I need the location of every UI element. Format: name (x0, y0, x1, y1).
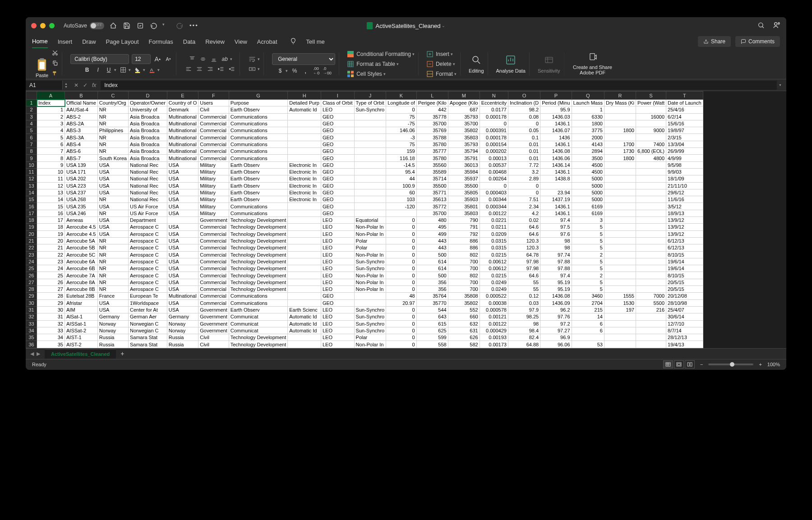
data-cell[interactable]: NR (97, 148, 128, 155)
data-cell[interactable]: NR (97, 141, 128, 147)
header-cell[interactable]: Index (37, 100, 65, 106)
data-cell[interactable]: 98 (540, 244, 572, 251)
data-cell[interactable]: Government (198, 313, 229, 320)
data-cell[interactable] (288, 341, 321, 348)
data-cell[interactable]: 443 (416, 244, 448, 251)
data-cell[interactable]: 96.2 (540, 306, 572, 313)
tab-draw[interactable]: Draw (82, 36, 96, 48)
data-cell[interactable]: 27 (37, 286, 65, 293)
data-cell[interactable]: 700 (448, 258, 480, 265)
maximize-window[interactable] (49, 23, 55, 28)
zoom-level[interactable]: 100% (767, 362, 780, 367)
data-cell[interactable]: National Rec (128, 189, 167, 196)
data-cell[interactable]: 0 (386, 237, 417, 244)
data-cell[interactable]: 35770 (416, 299, 448, 306)
data-cell[interactable] (636, 224, 666, 230)
data-cell[interactable]: 700 (448, 265, 480, 272)
data-cell[interactable]: 1436.07 (540, 127, 572, 134)
data-cell[interactable] (604, 334, 636, 341)
data-cell[interactable] (604, 189, 636, 196)
data-cell[interactable]: 35788 (416, 134, 448, 141)
data-cell[interactable]: 0.000578 (480, 306, 508, 313)
data-cell[interactable]: 26 (37, 279, 65, 285)
underline-button[interactable]: U (105, 66, 113, 74)
data-cell[interactable]: -120 (386, 203, 417, 210)
view-page-layout-icon[interactable] (674, 360, 684, 368)
data-cell[interactable]: 0.000202 (480, 148, 508, 155)
data-cell[interactable]: 615 (416, 320, 448, 327)
data-cell[interactable]: 10 (37, 168, 65, 175)
data-cell[interactable] (604, 106, 636, 113)
data-cell[interactable]: 120.3 (508, 237, 540, 244)
data-cell[interactable]: Aeneas (65, 217, 98, 224)
row-header-2[interactable]: 2 (26, 106, 37, 113)
data-cell[interactable]: 60 (386, 189, 417, 196)
col-header-M[interactable]: M (448, 92, 480, 100)
data-cell[interactable]: 20/12/08 (666, 293, 703, 299)
row-header-1[interactable]: 1 (26, 100, 37, 106)
data-cell[interactable]: Aerospace C (128, 265, 167, 272)
data-cell[interactable]: 1 (37, 106, 65, 113)
data-cell[interactable]: 0.00122 (480, 210, 508, 216)
data-cell[interactable]: 8/10/15 (666, 272, 703, 279)
data-cell[interactable]: 2000 (572, 134, 604, 141)
data-cell[interactable]: 6 (37, 141, 65, 147)
col-header-O[interactable]: O (508, 92, 540, 100)
col-header-B[interactable]: B (65, 92, 98, 100)
data-cell[interactable]: Commercial (198, 127, 229, 134)
data-cell[interactable]: Commercial (198, 224, 229, 230)
header-cell[interactable]: Purpose (229, 100, 288, 106)
data-cell[interactable]: 790 (448, 217, 480, 224)
data-cell[interactable]: Technology Development (229, 224, 288, 230)
data-cell[interactable]: 5 (572, 224, 604, 230)
data-cell[interactable]: 886 (448, 244, 480, 251)
col-header-C[interactable]: C (97, 92, 128, 100)
data-cell[interactable]: Aerospace C (128, 244, 167, 251)
data-cell[interactable]: 0.000522 (480, 293, 508, 299)
data-cell[interactable]: 4800 (636, 155, 666, 161)
data-cell[interactable]: 5 (572, 265, 604, 272)
data-cell[interactable]: 16000 (636, 113, 666, 120)
data-cell[interactable]: USA (167, 272, 198, 279)
data-cell[interactable]: 1800 (572, 120, 604, 127)
row-header-21[interactable]: 21 (26, 237, 37, 244)
data-cell[interactable]: 20/5/15 (666, 279, 703, 285)
data-cell[interactable]: 3460 (572, 293, 604, 299)
data-cell[interactable] (636, 258, 666, 265)
data-cell[interactable]: 6/12/13 (666, 237, 703, 244)
data-cell[interactable]: US Air Force (128, 210, 167, 216)
data-cell[interactable]: Earth Observ (229, 182, 288, 189)
data-cell[interactable]: 643 (416, 313, 448, 320)
data-cell[interactable]: National Rec (128, 161, 167, 168)
data-cell[interactable]: Aerocube 4.5 (65, 224, 98, 230)
decrease-font-icon[interactable]: A▾ (164, 55, 172, 63)
data-cell[interactable]: NR (97, 265, 128, 272)
data-cell[interactable]: 0.03 (508, 299, 540, 306)
data-cell[interactable]: National Rec (128, 168, 167, 175)
data-cell[interactable]: 100.9 (386, 182, 417, 189)
autosave-toggle[interactable]: AutoSave OFF (64, 22, 104, 29)
data-cell[interactable]: Technology Development (229, 237, 288, 244)
data-cell[interactable]: 0.0315 (480, 237, 508, 244)
data-cell[interactable] (354, 182, 386, 189)
data-cell[interactable]: -75 (386, 120, 417, 127)
data-cell[interactable]: Automatic Id (288, 327, 321, 334)
data-cell[interactable]: ABS-3 (65, 127, 98, 134)
data-cell[interactable]: 95.4 (386, 168, 417, 175)
data-cell[interactable]: USA (97, 230, 128, 237)
data-cell[interactable]: 614 (416, 265, 448, 272)
data-cell[interactable]: 64.78 (508, 251, 540, 258)
data-cell[interactable]: 1436.1 (540, 120, 572, 127)
data-cell[interactable]: NR (97, 196, 128, 203)
data-cell[interactable]: 0.00468 (480, 168, 508, 175)
data-cell[interactable]: 33 (37, 327, 65, 334)
data-cell[interactable]: 19 (37, 230, 65, 237)
data-cell[interactable]: 0.000429 (480, 327, 508, 334)
tab-data[interactable]: Data (183, 36, 195, 48)
data-cell[interactable]: 30 (37, 306, 65, 313)
data-cell[interactable]: National Rec (128, 196, 167, 203)
data-cell[interactable]: Denmark (167, 106, 198, 113)
data-cell[interactable]: 18/1/09 (666, 175, 703, 182)
data-cell[interactable]: GEO (321, 293, 354, 299)
header-cell[interactable]: Power (Watt (636, 100, 666, 106)
